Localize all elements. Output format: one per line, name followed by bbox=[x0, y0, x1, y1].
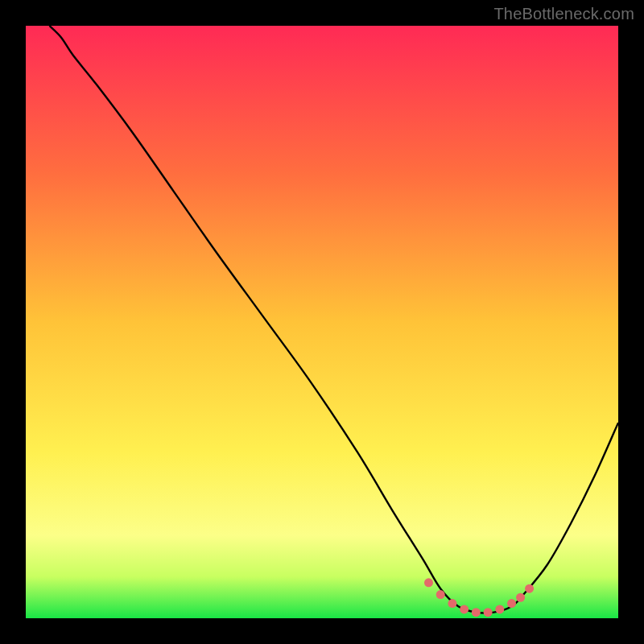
gradient-background bbox=[26, 26, 618, 618]
min-region-marker bbox=[460, 605, 469, 613]
min-region-marker bbox=[516, 593, 525, 602]
chart-svg bbox=[26, 26, 618, 618]
chart-frame: TheBottleneck.com bbox=[0, 0, 644, 644]
min-region-marker bbox=[472, 608, 481, 617]
min-region-marker bbox=[448, 599, 456, 608]
attribution-text: TheBottleneck.com bbox=[493, 5, 634, 23]
min-region-marker bbox=[495, 605, 504, 613]
min-region-marker bbox=[525, 584, 534, 593]
min-region-marker bbox=[507, 599, 516, 608]
plot-area bbox=[26, 26, 618, 618]
min-region-marker bbox=[424, 578, 433, 587]
min-region-marker bbox=[484, 608, 493, 617]
min-region-marker bbox=[436, 590, 445, 599]
